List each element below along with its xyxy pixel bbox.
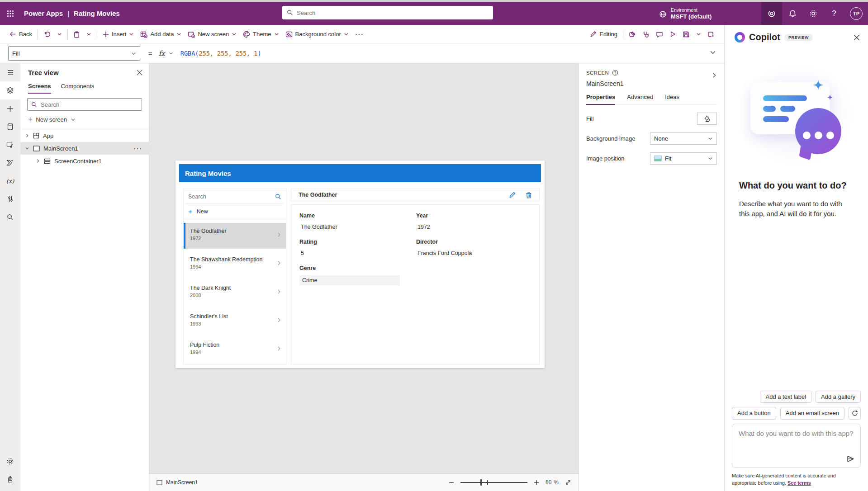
close-icon[interactable] [137, 70, 142, 76]
global-search-input[interactable] [297, 9, 489, 16]
copilot-toggle-button[interactable] [761, 2, 782, 25]
gallery-item[interactable]: The Shawshank Redemption 1994 [184, 251, 286, 277]
tab-properties[interactable]: Properties [586, 94, 615, 105]
rail-menu-button[interactable] [0, 63, 20, 81]
background-image-select[interactable]: None [650, 132, 717, 145]
copilot-prompt-input[interactable] [732, 424, 860, 456]
clipboard-icon [73, 31, 80, 38]
zoom-in-button[interactable] [534, 480, 539, 485]
suggestion-add-text-label[interactable]: Add a text label [760, 391, 811, 403]
share-button[interactable] [626, 28, 639, 41]
tree-search-input[interactable] [41, 101, 138, 108]
chevron-right-icon[interactable] [25, 133, 29, 138]
refresh-suggestions-button[interactable] [849, 407, 861, 420]
formula-bar-expand-chevron[interactable] [710, 49, 716, 56]
notifications-button[interactable] [782, 2, 803, 25]
environment-picker[interactable]: Environment MSFT (default) [659, 5, 711, 24]
fit-to-window-button[interactable] [565, 479, 571, 486]
back-button[interactable]: Back [6, 28, 35, 41]
zoom-slider[interactable] [460, 482, 527, 483]
gallery-new-label: New [197, 208, 208, 215]
publish-button[interactable] [704, 28, 718, 41]
tab-components[interactable]: Components [61, 83, 95, 94]
rail-insert-button[interactable] [0, 99, 20, 118]
chevron-right-icon[interactable] [276, 260, 282, 266]
rail-search-button[interactable] [0, 208, 20, 226]
help-circle-icon[interactable] [612, 70, 618, 76]
undo-button[interactable] [40, 28, 54, 41]
background-color-button[interactable]: Background color [282, 28, 352, 41]
tab-screens[interactable]: Screens [28, 83, 51, 94]
comments-button[interactable] [653, 28, 666, 41]
tab-advanced[interactable]: Advanced [627, 94, 653, 104]
tab-ideas[interactable]: Ideas [665, 94, 679, 104]
see-terms-link[interactable]: See terms [787, 480, 811, 486]
save-button[interactable] [679, 28, 693, 41]
chevron-right-icon[interactable] [276, 317, 282, 323]
command-overflow-button[interactable]: ··· [352, 31, 368, 38]
formula-input[interactable]: RGBA(255, 255, 255, 1) [180, 50, 261, 57]
help-button[interactable]: ? [824, 2, 844, 25]
add-data-button[interactable]: Add data [137, 28, 185, 41]
save-menu-chevron[interactable] [693, 28, 704, 41]
chevron-right-icon[interactable] [36, 159, 40, 163]
tree-row-screencontainer1[interactable]: ScreenContainer1 [20, 155, 149, 167]
app-launcher-waffle-icon[interactable] [0, 2, 20, 25]
suggestion-add-email-screen[interactable]: Add an email screen [780, 407, 845, 420]
gallery-search-input[interactable] [188, 194, 275, 200]
rail-tree-view-button[interactable] [0, 81, 20, 99]
tree-row-mainscreen1[interactable]: MainScreen1 ··· [20, 142, 149, 155]
paste-button[interactable] [70, 28, 83, 41]
app-checker-button[interactable] [639, 28, 653, 41]
row-more-options-button[interactable]: ··· [134, 145, 142, 152]
rail-tools-button[interactable] [0, 190, 20, 208]
fx-selector[interactable]: fx [159, 49, 173, 57]
rail-settings-button[interactable] [0, 452, 20, 470]
rail-data-button[interactable] [0, 118, 20, 136]
paste-menu-chevron[interactable] [83, 28, 95, 41]
chevron-right-icon[interactable] [276, 289, 282, 294]
property-selector[interactable]: Fill [8, 46, 140, 61]
tree-search-box[interactable] [27, 98, 142, 111]
tree-new-screen-button[interactable]: + New screen [20, 111, 149, 128]
app-preview[interactable]: Rating Movies + New [175, 161, 545, 368]
copilot-prompt-box[interactable] [732, 424, 861, 468]
app-title-bar[interactable]: Rating Movies [179, 164, 541, 182]
suggestion-add-gallery[interactable]: Add a gallery [816, 391, 861, 403]
send-icon[interactable] [846, 454, 855, 463]
search-icon[interactable] [275, 194, 281, 200]
global-search-box[interactable] [282, 6, 493, 19]
chevron-right-icon[interactable] [711, 72, 717, 78]
gallery-item[interactable]: The Godfather 1972 [184, 223, 286, 249]
image-position-select[interactable]: Fit [650, 152, 717, 165]
chevron-right-icon[interactable] [276, 232, 282, 237]
rail-media-button[interactable] [0, 136, 20, 154]
chevron-down-icon[interactable] [25, 146, 29, 151]
zoom-out-button[interactable] [449, 480, 454, 485]
account-avatar[interactable]: TP [850, 7, 863, 20]
fill-color-button[interactable] [697, 113, 717, 125]
gallery-new-button[interactable]: + New [184, 203, 286, 219]
new-screen-button[interactable]: New screen [185, 28, 240, 41]
gallery-search-box[interactable] [186, 190, 283, 203]
settings-button[interactable] [803, 2, 824, 25]
rail-power-automate-button[interactable] [0, 154, 20, 172]
close-icon[interactable] [852, 33, 862, 42]
rail-virtual-agent-button[interactable] [0, 470, 20, 488]
delete-record-button[interactable] [526, 192, 532, 198]
theme-button[interactable]: Theme [240, 28, 282, 41]
gallery-item[interactable]: The Dark Knight 2008 [184, 280, 286, 306]
preview-play-button[interactable] [666, 28, 679, 41]
chevron-right-icon[interactable] [276, 346, 282, 351]
gallery-item[interactable]: Pulp Fiction 1994 [184, 337, 286, 363]
editing-mode-button[interactable]: Editing [587, 28, 621, 41]
zoom-slider-handle[interactable] [480, 479, 482, 486]
insert-button[interactable]: Insert [100, 28, 138, 41]
gallery-item[interactable]: Schindler's List 1993 [184, 308, 286, 334]
edit-record-button[interactable] [509, 192, 516, 198]
tree-row-app[interactable]: App [20, 129, 149, 142]
undo-menu-chevron[interactable] [54, 28, 65, 41]
suggestion-add-button[interactable]: Add a button [732, 407, 776, 420]
rail-variables-button[interactable]: (x) [0, 172, 20, 190]
properties-panel: SCREEN MainScreen1 Properties Advanced I… [579, 63, 724, 491]
